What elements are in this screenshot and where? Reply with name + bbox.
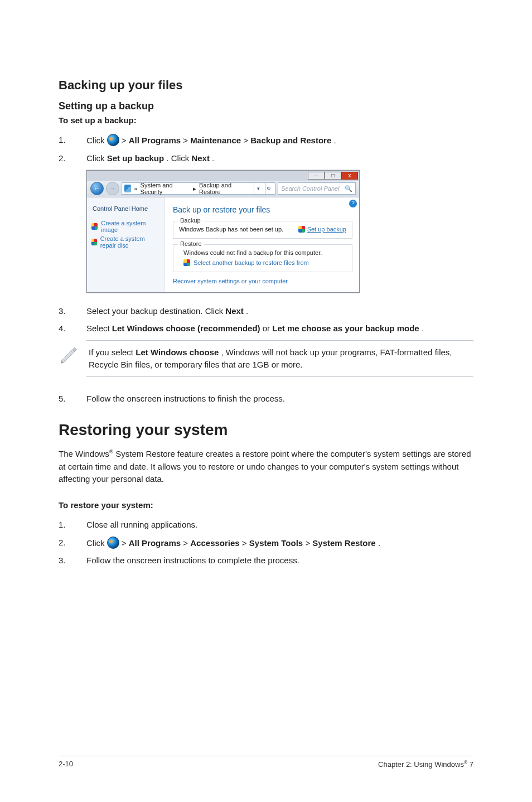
text-bold: All Programs (129, 538, 181, 548)
sidebar-create-image[interactable]: Create a system image (91, 220, 160, 233)
lead-restore: To restore your system: (59, 500, 473, 510)
step-4: 4. Select Let Windows choose (recommende… (59, 322, 473, 335)
text: > (242, 538, 249, 548)
nav-toolbar: ← → « System and Security ▸ Backup and R… (87, 181, 359, 197)
note-body: If you select Let Windows choose , Windo… (86, 340, 473, 377)
text: . (422, 323, 424, 333)
text: > (183, 136, 190, 145)
step-body: Select your backup destination. Click Ne… (86, 305, 473, 317)
breadcrumb-prefix: « (134, 185, 137, 192)
shield-icon (91, 239, 97, 245)
step-num: 1. (59, 519, 86, 531)
window-titlebar: – □ x (87, 171, 359, 181)
step-3: 3. Follow the onscreen instructions to c… (59, 554, 473, 567)
step-1: 1. Click > All Programs > Maintenance > … (59, 134, 473, 147)
text: System Restore feature creates a restore… (59, 449, 471, 484)
text: . Click (166, 153, 191, 163)
text: or (263, 323, 273, 333)
text: > (243, 136, 250, 145)
search-input[interactable]: Search Control Panel 🔍 (278, 182, 356, 195)
link-label: Select another backup to restore files f… (194, 259, 309, 266)
note-icon-col (59, 340, 86, 366)
shield-icon (183, 259, 190, 266)
start-orb-icon (107, 134, 119, 146)
text: 7 (467, 760, 473, 769)
panel-title: Back up or restore your files (173, 205, 352, 214)
section-heading-backup: Backing up your files (59, 78, 473, 93)
window-body: ? Control Panel Home Create a system ima… (87, 197, 359, 292)
step-num: 1. (59, 134, 86, 147)
breadcrumb-sep: ▸ (193, 185, 196, 192)
setup-backup-link[interactable]: Set up backup (298, 226, 346, 233)
text: . (333, 136, 336, 145)
text: > (122, 136, 129, 145)
step-num: 3. (59, 554, 86, 567)
breadcrumb-item[interactable]: Backup and Restore (199, 182, 248, 195)
embedded-screenshot: – □ x ← → « System and Security ▸ Backup… (59, 170, 473, 293)
step-num: 4. (59, 322, 86, 335)
close-button[interactable]: x (341, 172, 358, 180)
step-num: 5. (59, 393, 86, 405)
text: > (305, 538, 312, 548)
link-label: Create a system image (101, 220, 160, 233)
step-body: Click > All Programs > Maintenance > Bac… (86, 134, 473, 147)
text-bold: Let Windows choose (recommended) (112, 323, 260, 333)
step-body: Click Set up backup . Click Next . (86, 152, 473, 165)
shield-icon (91, 223, 98, 230)
step-body: Close all running applications. (86, 519, 473, 531)
step-2: 2. Click > All Programs > Accessories > … (59, 537, 473, 549)
text: Select your backup destination. Click (86, 306, 225, 316)
breadcrumb-item[interactable]: System and Security (141, 182, 190, 195)
arrow-right-icon: → (109, 185, 116, 192)
text-bold: Let Windows choose (136, 347, 219, 357)
sidebar-home-link[interactable]: Control Panel Home (93, 205, 160, 212)
note-block: If you select Let Windows choose , Windo… (59, 340, 473, 377)
select-another-backup-link[interactable]: Select another backup to restore files f… (183, 259, 346, 266)
forward-button[interactable]: → (106, 182, 119, 195)
text-bold: All Programs (129, 136, 181, 145)
address-dropdown-icon[interactable]: ▾ (254, 183, 262, 194)
step-body: Follow the onscreen instructions to fini… (86, 393, 473, 405)
step-body: Follow the onscreen instructions to comp… (86, 554, 473, 567)
search-placeholder: Search Control Panel (281, 185, 340, 192)
refresh-icon[interactable]: ↻ (265, 183, 273, 194)
page-footer: 2-10 Chapter 2: Using Windows® 7 (59, 756, 473, 769)
step-num: 3. (59, 305, 86, 317)
control-panel-icon (124, 185, 131, 192)
sidebar-create-repair-disc[interactable]: Create a system repair disc (91, 235, 160, 249)
note-text: If you select Let Windows choose , Windo… (86, 341, 473, 376)
restore-group: Restore Windows could not find a backup … (173, 244, 352, 272)
text: Click (86, 153, 107, 163)
restore-steps: 1. Close all running applications. 2. Cl… (59, 519, 473, 567)
step-num: 2. (59, 537, 86, 549)
address-bar[interactable]: « System and Security ▸ Backup and Resto… (122, 182, 275, 195)
text-bold: Set up backup (107, 153, 165, 163)
link-label: Set up backup (307, 226, 346, 233)
link-label: Create a system repair disc (100, 235, 160, 249)
text: If you select (89, 347, 136, 357)
group-legend: Restore (178, 240, 204, 247)
minimize-button[interactable]: – (308, 172, 325, 180)
arrow-left-icon: ← (94, 185, 100, 192)
group-legend: Backup (178, 217, 203, 224)
text-bold: Accessories (190, 538, 239, 548)
back-button[interactable]: ← (90, 182, 104, 195)
chapter-label: Chapter 2: Using Windows® 7 (378, 760, 473, 769)
step-5: 5. Follow the onscreen instructions to f… (59, 393, 473, 405)
recover-system-link[interactable]: Recover system settings or your computer (173, 278, 352, 284)
step-body: Click > All Programs > Accessories > Sys… (86, 537, 473, 549)
document-page: Backing up your files Setting up a backu… (0, 0, 532, 802)
main-panel: Back up or restore your files Backup Win… (165, 197, 359, 292)
backup-group: Backup Windows Backup has not been set u… (173, 221, 352, 239)
text: . (378, 538, 380, 548)
text-bold: System Restore (312, 538, 375, 548)
setup-steps: 1. Click > All Programs > Maintenance > … (59, 134, 473, 165)
text: Click (86, 538, 107, 548)
restore-status-text: Windows could not find a backup for this… (183, 249, 346, 256)
maximize-button[interactable]: □ (325, 172, 341, 180)
step-2: 2. Click Set up backup . Click Next . (59, 152, 473, 165)
text-bold: Maintenance (190, 136, 241, 145)
step-1: 1. Close all running applications. (59, 519, 473, 531)
shield-icon (298, 226, 305, 233)
text-bold: Backup and Restore (250, 136, 331, 145)
